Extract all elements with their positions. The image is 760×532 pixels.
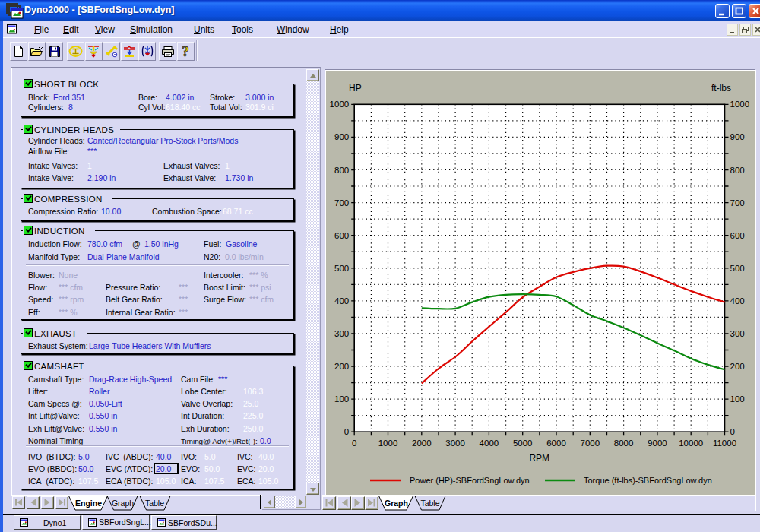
svg-text:700: 700 — [334, 198, 349, 207]
svg-text:1000: 1000 — [330, 100, 350, 109]
svg-text:Graph: Graph — [112, 499, 134, 508]
svg-text:400: 400 — [334, 296, 349, 306]
svg-text:300: 300 — [334, 329, 349, 338]
svg-text:10000: 10000 — [679, 439, 703, 448]
svg-text:6000: 6000 — [546, 439, 566, 448]
svg-text:200: 200 — [334, 362, 349, 371]
svg-text:900: 900 — [730, 132, 745, 141]
svg-text:RPM: RPM — [529, 453, 549, 464]
svg-text:7000: 7000 — [581, 439, 600, 448]
svg-text:4000: 4000 — [480, 439, 499, 448]
svg-text:9000: 9000 — [648, 439, 667, 448]
svg-text:8000: 8000 — [614, 439, 634, 448]
svg-text:200: 200 — [730, 362, 745, 371]
svg-text:900: 900 — [334, 132, 349, 141]
svg-text:HP: HP — [349, 83, 362, 93]
svg-text:500: 500 — [730, 264, 745, 273]
svg-text:0: 0 — [352, 439, 356, 448]
svg-text:800: 800 — [730, 166, 745, 175]
svg-text:800: 800 — [334, 166, 349, 175]
svg-text:Table: Table — [145, 499, 164, 508]
svg-text:Graph: Graph — [385, 499, 408, 508]
svg-text:0: 0 — [730, 427, 735, 436]
svg-text:700: 700 — [730, 198, 745, 207]
svg-text:0: 0 — [344, 427, 349, 436]
svg-text:Engine: Engine — [75, 499, 102, 508]
svg-text:11000: 11000 — [713, 439, 736, 448]
svg-text:100: 100 — [334, 394, 349, 404]
svg-text:3000: 3000 — [445, 439, 465, 448]
svg-text:600: 600 — [730, 231, 745, 240]
svg-text:5000: 5000 — [513, 439, 533, 448]
svg-text:400: 400 — [730, 296, 745, 306]
svg-text:1000: 1000 — [378, 439, 398, 448]
svg-text:ft-lbs: ft-lbs — [711, 83, 731, 93]
svg-text:600: 600 — [334, 231, 349, 240]
svg-text:1000: 1000 — [730, 100, 750, 109]
svg-text:Power (HP)-SBFordSngLow.dyn: Power (HP)-SBFordSngLow.dyn — [410, 476, 530, 485]
svg-text:300: 300 — [730, 329, 745, 338]
svg-text:2000: 2000 — [412, 439, 432, 448]
svg-text:?: ? — [182, 45, 189, 59]
svg-text:100: 100 — [730, 394, 745, 404]
svg-text:500: 500 — [334, 264, 349, 273]
svg-text:Table: Table — [420, 499, 439, 508]
svg-text:Torque (ft-lbs)-SBFordSngLow.d: Torque (ft-lbs)-SBFordSngLow.dyn — [584, 476, 712, 485]
